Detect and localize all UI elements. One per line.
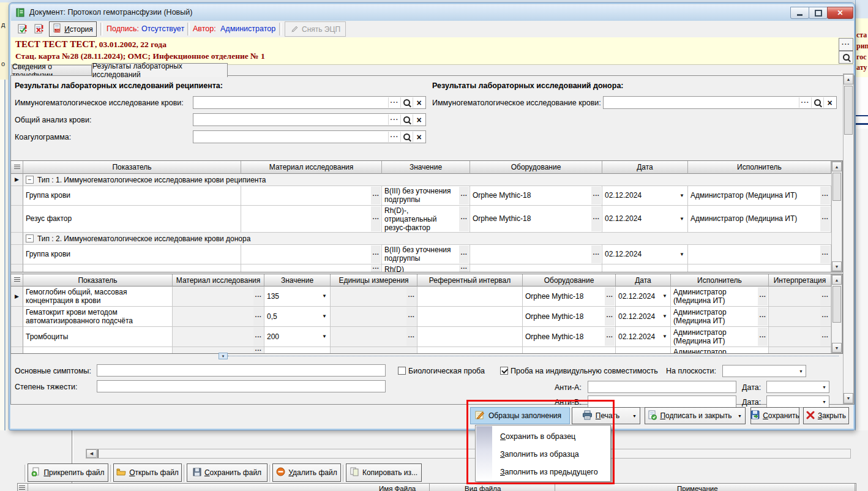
scroll-up-button[interactable]: ▲: [844, 74, 853, 84]
cell-executor[interactable]: Администратор: [671, 347, 769, 354]
ellipsis-button[interactable]: ···: [388, 114, 400, 125]
minimize-button[interactable]: [790, 7, 809, 19]
cell-value[interactable]: 135: [264, 287, 331, 307]
anti-a-date-combo[interactable]: [766, 381, 829, 393]
cell-units[interactable]: [331, 347, 417, 354]
plane-combo[interactable]: [722, 365, 806, 377]
cell-date[interactable]: 02.12.2024: [602, 206, 688, 233]
save-button[interactable]: Сохранить: [750, 407, 799, 424]
cell-material[interactable]: [173, 327, 264, 347]
group-row-donor[interactable]: −Тип : 2. Иммуногематологическое исследо…: [23, 233, 831, 245]
title-bar[interactable]: Документ: Протокол гемотрансфузии (Новый…: [11, 5, 854, 21]
cell-equipment[interactable]: [470, 264, 602, 272]
col-date[interactable]: Дата: [616, 274, 671, 287]
scroll-thumb[interactable]: [832, 173, 841, 201]
cell-value[interactable]: B(III) без уточнения подгруппы: [382, 186, 470, 206]
cell-executor[interactable]: [688, 264, 831, 272]
col-value[interactable]: Значение: [382, 161, 470, 174]
row-selector[interactable]: [11, 307, 23, 327]
group-row-recipient[interactable]: −Тип : 1. Иммуногематологическое исследо…: [23, 174, 831, 186]
ellipsis-button[interactable]: [820, 187, 830, 204]
scroll-down-button[interactable]: ▼: [832, 343, 842, 353]
dropdown-button[interactable]: [677, 206, 687, 231]
file-col-note[interactable]: Примечание: [677, 485, 718, 491]
ellipsis-button[interactable]: [459, 246, 469, 263]
print-button[interactable]: Печать: [572, 407, 630, 424]
save-file-button[interactable]: Сохранить файл: [187, 463, 268, 482]
cell-interpretation[interactable]: [769, 307, 831, 327]
ellipsis-button[interactable]: [406, 287, 416, 305]
cell-date[interactable]: 02.12.2024: [616, 327, 671, 347]
scroll-thumb[interactable]: [832, 286, 841, 323]
cell-indicator[interactable]: Гемоглобин общий, массовая концентрация …: [23, 287, 173, 307]
scroll-up-button[interactable]: ▲: [832, 162, 842, 171]
content-vertical-scrollbar[interactable]: ▲ ▼: [843, 73, 854, 404]
copy-from-button[interactable]: Копировать из...: [346, 463, 422, 482]
cell-equipment[interactable]: Orphee Mythic-18: [523, 307, 616, 327]
ellipsis-button[interactable]: [406, 307, 416, 326]
attach-file-button[interactable]: Прикрепить файл: [28, 463, 108, 482]
history-button[interactable]: LOG История: [49, 21, 97, 37]
dropdown-button[interactable]: [677, 187, 687, 204]
grid2-vertical-scrollbar[interactable]: ▲ ▼: [831, 274, 842, 353]
ellipsis-button[interactable]: [591, 187, 601, 204]
cell-indicator[interactable]: Группа крови: [23, 245, 241, 264]
col-indicator[interactable]: Показатель: [23, 274, 173, 287]
cell-date[interactable]: 02.12.2024: [616, 287, 671, 307]
col-date[interactable]: Дата: [602, 161, 688, 174]
ellipsis-button[interactable]: [253, 287, 263, 305]
cell-value[interactable]: B(III) без уточнения подгруппы: [382, 245, 470, 264]
cell-value[interactable]: 200: [264, 327, 331, 347]
ellipsis-button[interactable]: [591, 246, 601, 263]
col-material[interactable]: Материал исследования: [173, 274, 264, 287]
clear-button[interactable]: ×: [413, 114, 425, 125]
anti-b-date-combo[interactable]: [766, 395, 829, 408]
recipient-coagulogram-input[interactable]: ···×: [193, 130, 426, 143]
row-selector[interactable]: [11, 206, 23, 233]
row-selector[interactable]: [11, 186, 23, 206]
ellipsis-button[interactable]: [820, 328, 830, 346]
cell-date[interactable]: 02.12.2024: [602, 186, 688, 206]
print-dropdown-button[interactable]: ▼: [629, 407, 640, 424]
ellipsis-button[interactable]: [459, 206, 469, 231]
cell-date[interactable]: [602, 264, 688, 272]
splitter-handle[interactable]: ▼: [219, 353, 228, 359]
col-indicator[interactable]: Показатель: [23, 161, 241, 174]
col-value[interactable]: Значение: [264, 274, 331, 287]
row-selector[interactable]: [11, 233, 23, 245]
cell-executor[interactable]: Администратор (Медицина ИТ): [671, 287, 769, 307]
cell-material[interactable]: [173, 287, 264, 307]
cell-value[interactable]: Rh(D)-, отрицательный резус-фактор: [382, 206, 470, 233]
patient-search-button[interactable]: [839, 51, 853, 64]
sign-and-close-dropdown-button[interactable]: ▼: [735, 407, 746, 424]
clear-button[interactable]: ×: [413, 97, 425, 108]
search-button[interactable]: [811, 97, 823, 108]
col-material[interactable]: Материал исследования: [241, 161, 382, 174]
cell-equipment[interactable]: Orphee Mythic-18: [523, 327, 616, 347]
ellipsis-button[interactable]: [758, 328, 768, 346]
ellipsis-button[interactable]: [371, 246, 381, 263]
ellipsis-button[interactable]: [820, 206, 830, 231]
collapse-icon[interactable]: −: [26, 176, 34, 184]
cell-value[interactable]: Rh(D): [382, 264, 470, 272]
recipient-cbc-input[interactable]: ···×: [193, 113, 426, 126]
dropdown-button[interactable]: [660, 307, 670, 326]
row-selector[interactable]: ▶: [11, 287, 23, 307]
menu-item-save-as-sample[interactable]: Сохранить в образец: [500, 432, 575, 441]
clear-button[interactable]: ×: [823, 97, 836, 108]
close-button[interactable]: ✕: [827, 7, 853, 19]
cell-indicator[interactable]: Гематокрит крови методом автоматизирован…: [23, 307, 173, 327]
ellipsis-button[interactable]: [758, 287, 768, 305]
ellipsis-button[interactable]: [253, 307, 263, 326]
col-interpretation[interactable]: Интерпретация: [769, 274, 831, 287]
ellipsis-button[interactable]: [406, 328, 416, 346]
save-sign-doc-button[interactable]: [15, 22, 30, 36]
ellipsis-button[interactable]: [758, 307, 768, 326]
cell-ref-interval[interactable]: [417, 307, 523, 327]
ellipsis-button[interactable]: [820, 287, 830, 305]
cell-equipment[interactable]: Orphee Mythic-18: [470, 206, 602, 233]
cell-equipment[interactable]: [470, 245, 602, 264]
cell-date[interactable]: [616, 347, 671, 354]
menu-item-fill-from-previous[interactable]: Заполнить из предыдущего: [500, 468, 598, 476]
cell-indicator[interactable]: Резус фактор: [23, 206, 241, 233]
